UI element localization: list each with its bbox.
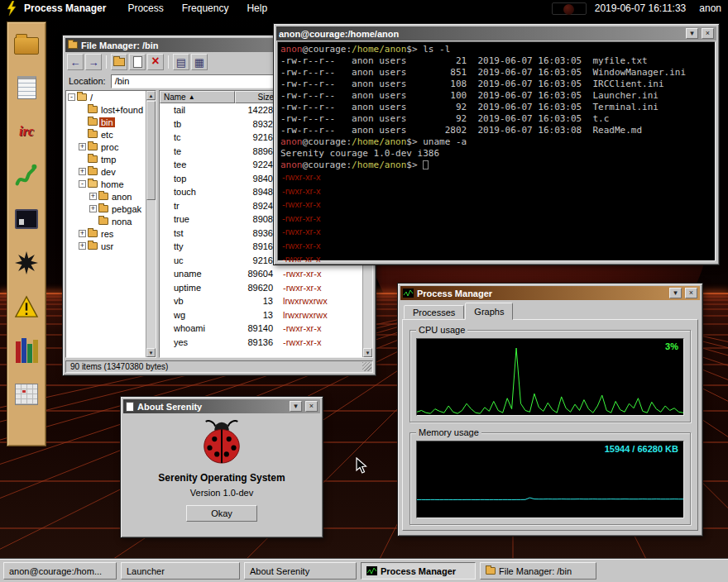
taskbar-button-file-manager-bin[interactable]: File Manager: /bin (480, 562, 596, 580)
parent-folder-button[interactable] (111, 54, 127, 70)
launcher-item-settings[interactable] (12, 250, 41, 276)
tree-item-dev[interactable]: +dev (66, 165, 146, 178)
tree-item-anon[interactable]: +anon (66, 190, 146, 203)
plus-expander-icon[interactable]: + (89, 205, 97, 212)
column-header-name[interactable]: Name ▲ (160, 91, 235, 103)
okay-button[interactable]: Okay (186, 505, 257, 522)
tree-item-lost-found[interactable]: lost+found (66, 103, 146, 116)
file-row-wg[interactable]: wg13lrwxrwxrwx (160, 308, 362, 322)
tree-item-res[interactable]: +res (66, 227, 146, 240)
launcher-item-text-editor[interactable] (12, 74, 41, 101)
process-manager-titlebar[interactable]: Process Manager ▾ × (400, 286, 700, 300)
file-row-vb[interactable]: vb13lrwxrwxrwx (160, 294, 362, 308)
column-header-size[interactable]: Size (235, 91, 278, 103)
tab-graphs[interactable]: Graphs (465, 303, 513, 320)
resize-grip[interactable] (362, 362, 371, 371)
forward-button[interactable] (85, 54, 102, 70)
file-row-uname[interactable]: uname89604-rwxr-xr-x (160, 267, 362, 281)
scrollbar-thumb[interactable] (146, 101, 156, 200)
process-manager-window[interactable]: Process Manager ▾ × Processes Graphs CPU… (397, 283, 703, 537)
executable-icon (162, 215, 170, 223)
minimize-button[interactable]: ▾ (669, 288, 682, 298)
taskbar-button-launcher[interactable]: Launcher (121, 562, 240, 580)
executable-icon (162, 174, 170, 183)
keypad-icon (15, 384, 38, 405)
close-button[interactable]: × (685, 288, 697, 298)
folder-icon (88, 155, 98, 163)
table-view-button[interactable] (191, 54, 208, 70)
tree-item-nona[interactable]: nona (66, 215, 146, 227)
taskbar-button-about-serenity[interactable]: About Serenity (244, 562, 357, 580)
menu-help[interactable]: Help (247, 2, 267, 14)
plus-expander-icon[interactable]: + (79, 242, 86, 250)
list-view-button[interactable] (173, 54, 189, 70)
tree-item-home[interactable]: -home (66, 178, 146, 190)
tree-item-proc[interactable]: +proc (66, 141, 146, 153)
chart-icon (403, 289, 414, 298)
scroll-down-button[interactable]: ▼ (363, 348, 372, 357)
back-button[interactable] (67, 54, 84, 70)
executable-icon (162, 270, 170, 278)
launcher-item-library[interactable] (12, 337, 41, 364)
launcher-item-warning[interactable] (12, 293, 41, 320)
tree-item-usr[interactable]: +usr (66, 240, 146, 252)
menu-process[interactable]: Process (127, 2, 163, 14)
status-applet[interactable] (552, 2, 587, 15)
taskbar-button-anon-courage-hom[interactable]: anon@courage:/hom... (3, 562, 117, 580)
tree-item-pebgak[interactable]: +pebgak (66, 203, 146, 215)
memory-graph: 15944 / 66280 KB (416, 441, 684, 518)
tree-scrollbar[interactable]: ▲ ▼ (146, 91, 156, 357)
table-view-icon (194, 56, 204, 69)
launcher-item-keypad[interactable] (12, 381, 41, 408)
window-title: anon@courage:/home/anon (279, 29, 682, 39)
folder-icon (88, 118, 98, 126)
executable-icon (162, 297, 170, 305)
minimize-button[interactable]: ▾ (290, 401, 302, 412)
taskbar: anon@courage:/hom...LauncherAbout Sereni… (0, 559, 728, 582)
executable-icon (162, 229, 170, 237)
directory-tree[interactable]: -/lost+foundbinetc+proctmp+dev-home+anon… (65, 90, 156, 358)
launcher-item-file-manager[interactable] (12, 31, 41, 57)
close-button[interactable]: × (702, 28, 714, 39)
terminal-output[interactable]: anon@courage:/home/anon$> ls -l-rw-r--r-… (277, 41, 716, 261)
minus-expander-icon[interactable]: - (79, 180, 86, 188)
folder-icon (88, 180, 98, 188)
file-row-uptime[interactable]: uptime89620-rwxr-xr-x (160, 281, 362, 295)
minus-expander-icon[interactable]: - (68, 93, 75, 101)
tree-item-etc[interactable]: etc (66, 128, 146, 141)
about-window[interactable]: About Serenity ▾ × Serenity Operating Sy… (120, 396, 323, 538)
status-bar: 90 items (13470380 bytes) (65, 360, 373, 373)
plus-expander-icon[interactable]: + (79, 143, 86, 150)
close-button[interactable]: × (305, 401, 318, 412)
scroll-up-button[interactable]: ▲ (146, 91, 156, 100)
tree-item-tmp[interactable]: tmp (66, 153, 146, 165)
menubar: Process Manager Process Frequency Help 2… (0, 0, 728, 17)
about-titlebar[interactable]: About Serenity ▾ × (123, 399, 320, 413)
plus-expander-icon[interactable]: + (79, 230, 86, 237)
new-file-button[interactable] (129, 54, 146, 70)
back-icon (70, 56, 81, 69)
window-title: About Serenity (137, 402, 286, 412)
tree-item-root[interactable]: -/ (66, 91, 146, 103)
file-row-yes[interactable]: yes89136-rwxr-xr-x (160, 336, 362, 350)
launcher-item-irc-client[interactable]: irc (12, 118, 41, 145)
minimize-button[interactable]: ▾ (686, 28, 698, 39)
notepad-icon (17, 76, 36, 99)
launcher-item-terminal[interactable] (12, 206, 41, 232)
executable-icon (162, 188, 170, 196)
tree-item-bin[interactable]: bin (66, 116, 146, 128)
delete-button[interactable] (147, 54, 164, 70)
system-menu-icon[interactable] (7, 1, 17, 16)
launcher-item-snake[interactable] (12, 162, 41, 188)
terminal-window[interactable]: anon@courage:/home/anon ▾ × anon@courage… (273, 23, 720, 265)
file-row-whoami[interactable]: whoami89140-rwxr-xr-x (160, 322, 362, 336)
tab-processes[interactable]: Processes (404, 305, 464, 319)
scroll-down-button[interactable]: ▼ (146, 348, 156, 357)
ladybug-icon (195, 417, 248, 465)
plus-expander-icon[interactable]: + (89, 193, 97, 200)
menu-frequency[interactable]: Frequency (182, 2, 229, 14)
plus-expander-icon[interactable]: + (79, 168, 86, 175)
taskbar-button-process-manager[interactable]: Process Manager (361, 562, 476, 580)
memory-usage-label: Memory usage (416, 427, 481, 437)
terminal-titlebar[interactable]: anon@courage:/home/anon ▾ × (276, 26, 716, 41)
